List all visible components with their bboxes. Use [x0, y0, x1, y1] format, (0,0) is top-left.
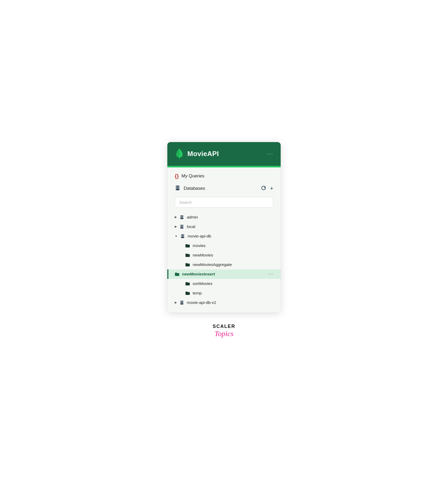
svg-point-17 [180, 218, 183, 219]
collection-label-movies: movies [193, 243, 206, 248]
page-wrapper: MovieAPI ··· {} My Queries [0, 0, 448, 480]
svg-point-10 [176, 189, 180, 190]
collection-newmoviesaggregate[interactable]: newMoviesAggregate [167, 260, 281, 269]
mongodb-leaf-icon [175, 148, 184, 160]
search-input[interactable] [175, 197, 273, 208]
databases-stack-icon [175, 185, 181, 192]
tree-item-movie-api-db-v2[interactable]: ▶ movie-api-db-v2 [167, 298, 281, 307]
databases-row: Databases + [167, 183, 281, 196]
tree-label-local: local [187, 224, 195, 229]
tree-item-local[interactable]: ▶ local [167, 222, 281, 231]
tree-label-movie-api-db-v2: movie-api-db-v2 [187, 300, 216, 305]
folder-movies-icon [185, 244, 190, 248]
header-more-icon[interactable]: ··· [267, 151, 273, 157]
collection-label-newmovies: newMovies [193, 253, 213, 258]
panel-body: {} My Queries [167, 167, 281, 313]
svg-point-38 [180, 303, 183, 304]
sidebar-panel: MovieAPI ··· {} My Queries [167, 142, 281, 313]
header-left: MovieAPI [175, 148, 219, 160]
refresh-icon[interactable] [261, 185, 266, 192]
branding-section: SCALER Topics [213, 324, 235, 338]
scaler-label: SCALER [213, 324, 235, 329]
tree-item-admin[interactable]: ▶ admin [167, 212, 281, 222]
chevron-down-icon-movieapidb: ▼ [175, 235, 178, 238]
collection-label-temp: temp [193, 291, 202, 295]
collection-temp[interactable]: temp [167, 288, 281, 298]
collection-newmoviesinsert[interactable]: newMoviesInsert ··· [167, 269, 281, 279]
folder-sortmovies-icon [185, 282, 190, 286]
db-admin-icon [179, 215, 184, 220]
collection-label-newmoviesinsert: newMoviesInsert [182, 272, 215, 277]
folder-newmoviesinsert-icon [175, 272, 179, 276]
panel-header: MovieAPI ··· [167, 142, 281, 166]
collection-context-menu-icon[interactable]: ··· [268, 272, 273, 277]
tree-item-movie-api-db[interactable]: ▼ movie-api-db [167, 231, 281, 241]
chevron-right-icon-local: ▶ [175, 225, 177, 228]
databases-label: Databases [184, 186, 205, 191]
db-local-icon [179, 224, 184, 229]
svg-point-24 [180, 227, 183, 229]
collection-label-sortmovies: sortMovies [193, 281, 212, 286]
collection-label-newmoviesaggregate: newMoviesAggregate [193, 262, 232, 267]
my-queries-row[interactable]: {} My Queries [167, 167, 281, 183]
my-queries-label: My Queries [182, 173, 204, 179]
databases-left: Databases [175, 185, 205, 192]
folder-newmoviesaggregate-icon [185, 263, 190, 267]
collection-sortmovies[interactable]: sortMovies [167, 279, 281, 288]
database-tree: ▶ admin ▶ [167, 212, 281, 313]
db-movie-api-v2-icon [179, 300, 184, 305]
tree-label-admin: admin [187, 215, 198, 220]
my-queries-icon: {} [175, 173, 179, 179]
folder-temp-icon [185, 291, 190, 295]
add-database-icon[interactable]: + [270, 185, 273, 192]
folder-newmovies-icon [185, 253, 190, 257]
search-container [167, 196, 281, 212]
collection-movies[interactable]: movies [167, 241, 281, 250]
svg-point-31 [181, 237, 184, 238]
chevron-right-icon-v2: ▶ [175, 301, 177, 304]
app-title: MovieAPI [187, 150, 219, 158]
databases-actions: + [261, 185, 273, 192]
collection-newmovies[interactable]: newMovies [167, 250, 281, 260]
tree-label-movie-api-db: movie-api-db [188, 234, 211, 239]
chevron-right-icon: ▶ [175, 215, 177, 219]
topics-label: Topics [215, 329, 233, 338]
db-movie-api-icon [180, 234, 185, 239]
